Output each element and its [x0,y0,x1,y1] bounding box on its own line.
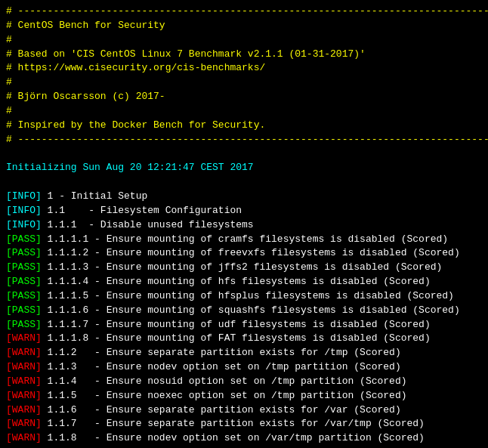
terminal-line: Initializing Sun Aug 20 12:21:47 CEST 20… [6,161,482,175]
terminal-line: [WARN] 1.1.3 - Ensure nodev option set o… [6,360,482,375]
terminal-line: # [6,104,482,119]
terminal-line: [PASS] 1.1.1.5 - Ensure mounting of hfsp… [6,289,482,304]
terminal-line: [PASS] 1.1.1.6 - Ensure mounting of squa… [6,304,482,318]
terminal-line: # Inspired by the Docker Bench for Secur… [6,119,482,133]
terminal-line: [WARN] 1.1.2 - Ensure separate partition… [6,346,482,360]
terminal-line: [PASS] 1.1.1.1 - Ensure mounting of cram… [6,233,482,247]
terminal-line: # https://www.cisecurity.org/cis-benchma… [6,61,482,76]
terminal-line: # [6,33,482,48]
terminal-line: [PASS] 1.1.1.2 - Ensure mounting of free… [6,246,482,261]
terminal-line: # --------------------------------------… [6,5,482,19]
terminal-line: # Based on 'CIS CentOS Linux 7 Benchmark… [6,48,482,62]
terminal-line: # --------------------------------------… [6,133,482,147]
terminal-line [6,175,482,190]
terminal-line: [WARN] 1.1.7 - Ensure separate partition… [6,417,482,431]
terminal-line [6,147,482,161]
terminal-line: # [6,76,482,90]
terminal-line: [WARN] 1.1.1.8 - Ensure mounting of FAT … [6,332,482,346]
terminal-line: [WARN] 1.1.6 - Ensure separate partition… [6,403,482,418]
terminal-line: [INFO] 1.1 - Filesystem Configuration [6,204,482,218]
terminal-output: # --------------------------------------… [6,5,482,448]
terminal-line: [WARN] 1.1.8 - Ensure nodev option set o… [6,431,482,446]
terminal-line: [INFO] 1 - Initial Setup [6,190,482,204]
terminal-line: # CentOS Bench for Security [6,19,482,33]
terminal-line: [WARN] 1.1.4 - Ensure nosuid option set … [6,375,482,389]
terminal-line: [PASS] 1.1.1.7 - Ensure mounting of udf … [6,318,482,332]
terminal-line: [PASS] 1.1.1.3 - Ensure mounting of jffs… [6,261,482,275]
terminal-line: [PASS] 1.1.1.4 - Ensure mounting of hfs … [6,275,482,289]
terminal-line: # Björn Oscarsson (c) 2017- [6,90,482,104]
terminal-line: [WARN] 1.1.5 - Ensure noexec option set … [6,389,482,403]
terminal-line: [INFO] 1.1.1 - Disable unused filesystem… [6,218,482,233]
